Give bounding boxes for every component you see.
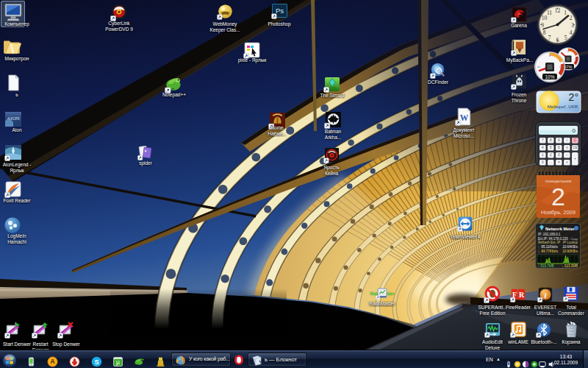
svg-text:S: S bbox=[94, 358, 98, 366]
svg-text:µ: µ bbox=[116, 358, 120, 366]
svg-text:A: A bbox=[50, 358, 54, 365]
